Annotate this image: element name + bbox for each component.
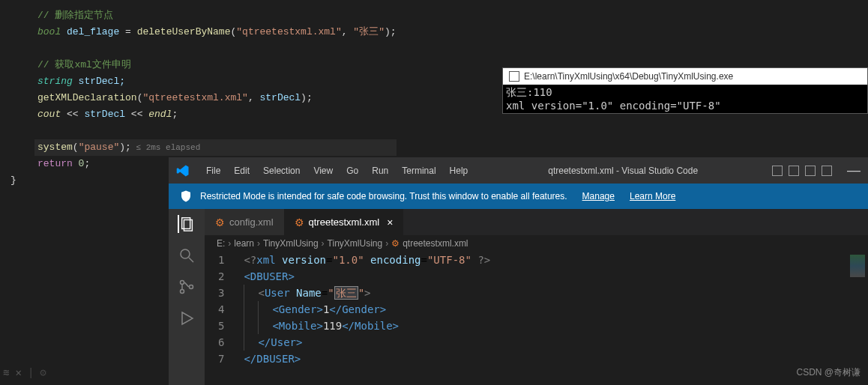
line-number: 7 [218, 351, 224, 367]
layout-controls: — [772, 163, 861, 178]
xml-attr: version [282, 254, 326, 266]
explorer-icon[interactable] [178, 215, 196, 233]
layout-panel-left-icon[interactable] [772, 166, 783, 176]
console-line: xml version="1.0" encoding="UTF-8" [506, 100, 864, 112]
minimap[interactable] [850, 255, 865, 277]
xml-text: 119 [323, 320, 342, 332]
xml-tag: </User> [258, 336, 302, 348]
breadcrumb-item[interactable]: qtreetestxml.xml [403, 238, 468, 249]
restricted-mode-banner: Restricted Mode is intended for safe cod… [169, 184, 868, 209]
menu-selection[interactable]: Selection [257, 163, 306, 178]
code-keyword: bool [37, 26, 67, 37]
code-var: strDecl [259, 92, 301, 103]
layout-panel-right-icon[interactable] [805, 166, 816, 176]
xml-quote: " [328, 287, 334, 299]
menu-terminal[interactable]: Terminal [396, 163, 441, 178]
banner-manage-link[interactable]: Manage [582, 191, 615, 201]
close-icon[interactable]: ✕ [15, 366, 21, 379]
activity-bar [169, 209, 205, 385]
vscode-titlebar[interactable]: File Edit Selection View Go Run Terminal… [169, 157, 868, 184]
status-icon[interactable]: ⚙ [40, 366, 46, 379]
svg-marker-7 [182, 312, 193, 324]
xml-attr-val-highlighted: 张三 [334, 286, 358, 300]
debug-elapsed: ≤ 2ms elapsed [131, 143, 200, 152]
code-comment: // 获取xml文件申明 [37, 59, 131, 70]
code-return: return [37, 158, 79, 169]
banner-learnmore-link[interactable]: Learn More [630, 191, 675, 201]
chevron-right-icon: › [385, 238, 388, 249]
console-title-text: E:\learn\TinyXmlUsing\x64\Debug\TinyXmlU… [524, 71, 733, 82]
breadcrumb-item[interactable]: TinyXmlUsing [263, 238, 319, 249]
chevron-right-icon: › [322, 238, 325, 249]
xml-attr-val: "UTF-8" [427, 254, 471, 266]
console-line: 张三:110 [506, 86, 864, 100]
console-window: E:\learn\TinyXmlUsing\x64\Debug\TinyXmlU… [502, 67, 868, 114]
menu-view[interactable]: View [307, 163, 339, 178]
shield-icon [179, 190, 193, 203]
xml-tag: <DBUSER> [244, 270, 294, 282]
code-paren: ); [385, 26, 397, 37]
svg-point-5 [181, 290, 184, 294]
xml-tag: <Mobile> [272, 320, 322, 332]
xml-quote: " [358, 287, 364, 299]
code-str: "张三" [353, 26, 385, 37]
menu-help[interactable]: Help [444, 163, 474, 178]
code-str: "qtreetestxml.xml" [236, 26, 341, 37]
menu-file[interactable]: File [200, 163, 226, 178]
code-comma: , [342, 26, 354, 37]
chevron-right-icon: › [257, 238, 260, 249]
xml-attr: encoding [370, 254, 421, 266]
layout-customize-icon[interactable] [822, 166, 832, 176]
svg-point-6 [190, 285, 193, 289]
code-paren: ); [119, 142, 131, 153]
menu-go[interactable]: Go [340, 163, 364, 178]
xml-file-icon: ⚙ [215, 216, 225, 228]
search-icon[interactable] [178, 246, 196, 264]
close-icon[interactable]: × [387, 216, 393, 228]
menu-run[interactable]: Run [366, 163, 394, 178]
code-comma: , [248, 92, 260, 103]
run-debug-icon[interactable] [178, 309, 196, 327]
line-number: 6 [218, 334, 224, 351]
code-type: string [37, 76, 79, 87]
line-numbers: 1 2 3 4 5 6 7 [205, 252, 238, 367]
code-paren: ( [73, 142, 79, 153]
code-var: strDecl; [79, 76, 125, 87]
breadcrumb-item[interactable]: E: [217, 238, 225, 249]
chevron-right-icon: › [228, 238, 231, 249]
line-number: 2 [218, 268, 224, 285]
status-icon[interactable]: ≋ [3, 366, 9, 379]
bottom-status-icons: ≋ ✕ | ⚙ [3, 366, 46, 379]
xml-tag: </Gender> [329, 303, 386, 315]
code-fn: getXMLDeclaration [37, 92, 137, 103]
xml-attr-val: "1.0" [332, 254, 364, 266]
line-number: 5 [218, 318, 224, 334]
code-editor[interactable]: 1 2 3 4 5 6 7 <?xml version="1.0" encodi… [205, 252, 868, 367]
xml-tag: </Mobile> [342, 320, 399, 332]
breadcrumb-item[interactable]: learn [234, 238, 254, 249]
minimize-icon[interactable]: — [847, 163, 861, 178]
xml-file-icon: ⚙ [391, 238, 400, 249]
xml-pi: ?> [471, 254, 490, 266]
code-content[interactable]: <?xml version="1.0" encoding="UTF-8" ?> … [238, 252, 490, 367]
menu-bar: File Edit Selection View Go Run Terminal… [200, 163, 474, 178]
tab-config-xml[interactable]: ⚙config.xml [205, 209, 284, 235]
svg-point-4 [181, 281, 184, 285]
layout-panel-bottom-icon[interactable] [789, 166, 799, 176]
breadcrumb-item[interactable]: TinyXmlUsing [328, 238, 383, 249]
xml-pi: <? [244, 254, 256, 266]
line-number: 4 [218, 301, 224, 318]
vscode-window: File Edit Selection View Go Run Terminal… [169, 157, 868, 385]
source-control-icon[interactable] [178, 278, 196, 296]
code-fn: system [37, 142, 73, 153]
menu-edit[interactable]: Edit [228, 163, 256, 178]
code-semi: ; [172, 109, 178, 120]
console-titlebar[interactable]: E:\learn\TinyXmlUsing\x64\Debug\TinyXmlU… [503, 68, 867, 85]
breadcrumb[interactable]: E:› learn› TinyXmlUsing› TinyXmlUsing› ⚙… [205, 235, 868, 252]
xml-file-icon: ⚙ [295, 216, 304, 228]
csdn-watermark: CSDN @奇树谦 [796, 366, 861, 379]
code-op: = [119, 26, 136, 37]
code-paren: ); [301, 92, 313, 103]
tab-qtreetestxml[interactable]: ⚙qtreetestxml.xml× [284, 209, 404, 235]
window-title: qtreetestxml.xml - Visual Studio Code [474, 166, 772, 176]
